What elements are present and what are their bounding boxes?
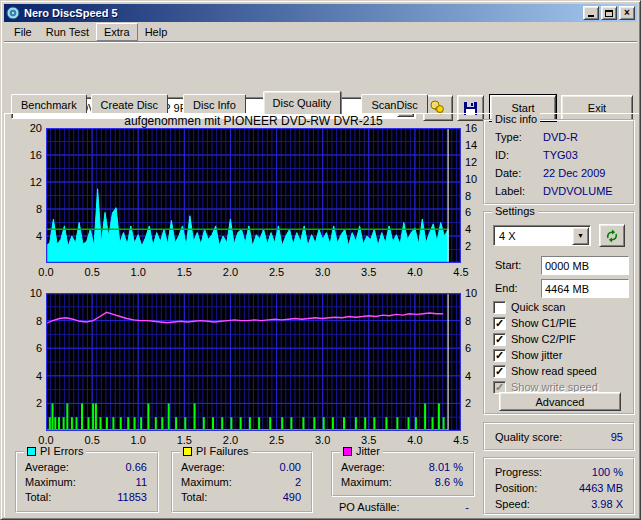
pi-failures-groupbox-caption: PI Failures — [180, 445, 252, 457]
checkbox-show-read-speed[interactable]: ✓Show read speed — [493, 364, 597, 378]
disc-info-row-label: Label: — [495, 185, 525, 197]
progress-groupbox: Progress:100 %Position:4463 MBSpeed:3.98… — [483, 457, 635, 515]
pi-failures-row-value: 2 — [231, 476, 301, 488]
jitter-row-value: 8.6 % — [393, 476, 463, 488]
app-window: Nero DiscSpeed 5 × FileRun TestExtraHelp… — [0, 0, 641, 520]
pi-failures-row-label: Total: — [181, 491, 207, 503]
axis-tick-label: 8 — [14, 315, 42, 327]
jitter-row-label: Average: — [341, 461, 385, 473]
pi-failures-row-label: Maximum: — [181, 476, 232, 488]
pi-failures-title: PI Failures — [196, 445, 249, 457]
end-input[interactable] — [542, 280, 628, 298]
axis-tick-label: 2.0 — [215, 266, 245, 278]
jitter-title: Jitter — [356, 445, 380, 457]
minimize-button[interactable] — [583, 6, 599, 20]
checkbox-show-c2-pif[interactable]: ✓Show C2/PIF — [493, 332, 576, 346]
menu-item-help[interactable]: Help — [138, 24, 175, 40]
pi-errors-title: PI Errors — [40, 445, 83, 457]
checkbox-label: Show C2/PIF — [511, 333, 576, 345]
axis-tick-label: 2.5 — [262, 266, 292, 278]
chart-recorder-title: aufgenommen mit PIONEER DVD-RW DVR-215 — [46, 114, 461, 128]
advanced-button[interactable]: Advanced — [499, 392, 621, 411]
menu-item-extra[interactable]: Extra — [96, 23, 138, 41]
checkbox-quick-scan[interactable]: Quick scan — [493, 300, 565, 314]
axis-tick-label: 3.0 — [308, 266, 338, 278]
maximize-button[interactable] — [601, 6, 617, 20]
quality-score-groupbox: Quality score: 95 — [483, 422, 635, 451]
end-field-border — [541, 279, 629, 298]
start-field-border — [541, 256, 629, 275]
disc-info-row-value: 22 Dec 2009 — [543, 167, 605, 179]
progress-row-value: 3.98 X — [553, 498, 623, 510]
progress-row-label: Position: — [495, 482, 537, 494]
pi-errors-row-label: Maximum: — [25, 476, 76, 488]
tab-disc-quality[interactable]: Disc Quality — [263, 91, 342, 114]
menu-item-file[interactable]: File — [7, 24, 39, 40]
pi-errors-and-read-speed-plot — [46, 128, 461, 263]
start-input[interactable] — [542, 257, 628, 275]
axis-tick-label: 6 — [14, 342, 42, 354]
tab-strip: BenchmarkCreate DiscDisc InfoDisc Qualit… — [5, 91, 638, 113]
menu-item-run-test[interactable]: Run Test — [39, 24, 96, 40]
axis-tick-label: 4.0 — [400, 434, 430, 446]
axis-tick-label: 12 — [14, 176, 42, 188]
tab-benchmark[interactable]: Benchmark — [11, 94, 87, 114]
checkbox-show-jitter[interactable]: ✓Show jitter — [493, 348, 562, 362]
scan-speed-dropdown-button[interactable]: ▼ — [572, 227, 589, 245]
axis-tick-label: 2.5 — [262, 434, 292, 446]
toolbar: [0:1] ATAPI DVD A DH20A4P 9P54 ▼ Start E… — [1, 45, 641, 85]
disc-info-row-value: TYG03 — [543, 149, 578, 161]
pi-errors-legend-swatch — [27, 447, 36, 456]
quality-score-value: 95 — [573, 431, 623, 443]
checkbox-show-c1-pie[interactable]: ✓Show C1/PIE — [493, 316, 576, 330]
axis-tick-label: 1.0 — [123, 266, 153, 278]
checkbox-label: Quick scan — [511, 301, 565, 313]
axis-tick-label: 3.5 — [354, 266, 384, 278]
disc-info-row-label: Date: — [495, 167, 521, 179]
checkbox-box[interactable]: ✓ — [493, 333, 506, 346]
axis-tick-label: 4.0 — [400, 266, 430, 278]
end-field-label: End: — [495, 282, 518, 294]
axis-tick-label: 8 — [14, 203, 42, 215]
checkbox-box[interactable]: ✓ — [493, 365, 506, 378]
close-icon: × — [624, 8, 630, 18]
refresh-icon — [605, 229, 619, 243]
maximize-icon — [605, 10, 613, 17]
checkbox-box[interactable]: ✓ — [493, 317, 506, 330]
progress-row-value: 100 % — [553, 466, 623, 478]
axis-tick-label: 1.0 — [123, 434, 153, 446]
tab-create-disc[interactable]: Create Disc — [91, 94, 168, 114]
disc-info-row-label: ID: — [495, 149, 509, 161]
checkbox-box[interactable] — [493, 301, 506, 314]
axis-tick-label: 4.5 — [446, 266, 476, 278]
quality-score-label: Quality score: — [495, 431, 562, 443]
axis-tick-label: 10 — [14, 287, 42, 299]
progress-row-value: 4463 MB — [553, 482, 623, 494]
window-title: Nero DiscSpeed 5 — [24, 7, 581, 19]
pi-errors-groupbox: PI Errors Average:0.66Maximum:11Total:11… — [15, 451, 159, 513]
disc-info-caption: Disc info — [492, 113, 540, 125]
scan-speed-selector[interactable]: 4 X ▼ — [493, 225, 591, 246]
pi-failures-row-label: Average: — [181, 461, 225, 473]
disc-info-groupbox: Disc info Type:DVD-RID:TYG03Date:22 Dec … — [483, 119, 635, 205]
checkbox-box[interactable]: ✓ — [493, 349, 506, 362]
tab-disc-info[interactable]: Disc Info — [183, 94, 246, 114]
po-failures-value: - — [421, 501, 469, 513]
pi-failures-legend-swatch — [183, 447, 192, 456]
checkbox-label: Show jitter — [511, 349, 562, 361]
disc-info-row-value: DVD-R — [543, 131, 578, 143]
pi-failures-row-value: 490 — [231, 491, 301, 503]
tab-scandisc[interactable]: ScanDisc — [361, 94, 427, 114]
disc-info-row-value: DVDVOLUME — [543, 185, 613, 197]
refresh-button[interactable] — [599, 224, 625, 247]
pi-failures-groupbox: PI Failures Average:0.00Maximum:2Total:4… — [171, 451, 313, 513]
checkbox-label: Show C1/PIE — [511, 317, 576, 329]
app-icon — [6, 6, 20, 20]
jitter-groupbox-caption: Jitter — [340, 445, 383, 457]
close-button[interactable]: × — [619, 6, 635, 20]
axis-tick-label: 4.5 — [446, 434, 476, 446]
checkbox-label: Show read speed — [511, 365, 597, 377]
axis-tick-label: 16 — [14, 149, 42, 161]
po-failures-label: PO Ausfälle: — [339, 501, 400, 513]
axis-tick-label: 20 — [14, 122, 42, 134]
